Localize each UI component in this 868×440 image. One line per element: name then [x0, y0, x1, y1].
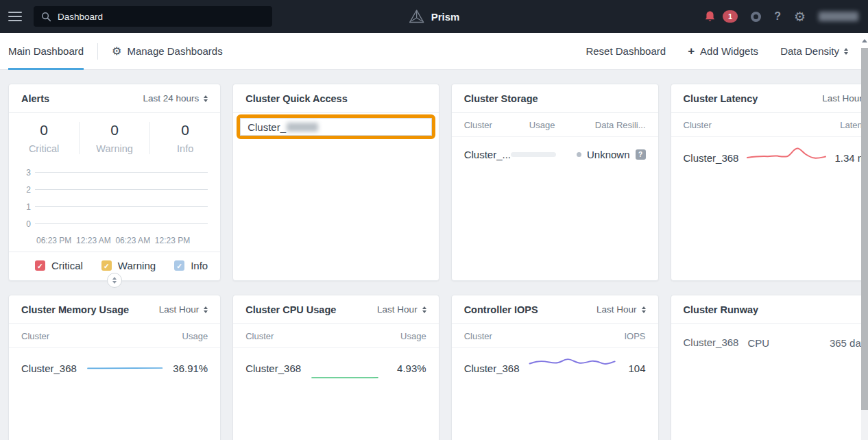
search-input[interactable]: Dashboard [58, 12, 103, 22]
resiliency-help-icon[interactable]: ? [636, 149, 646, 160]
manage-dashboards-button[interactable]: ⚙ Manage Dashboards [112, 45, 223, 57]
stat-warning: 0 Warning [79, 122, 149, 154]
runway-resource: CPU [748, 335, 770, 349]
ytick: 0 [23, 219, 31, 229]
col-iops: IOPS [624, 331, 645, 341]
updown-caret-icon [204, 306, 208, 313]
updown-caret-icon [112, 277, 117, 284]
widget-cluster-latency: Cluster Latency Last Hour Cluster Latenc… [671, 84, 868, 281]
legend-info-checkbox[interactable]: ✓ Info [174, 260, 208, 271]
legend-warning-checkbox[interactable]: ✓ Warning [101, 260, 156, 271]
usage-bar [511, 152, 556, 157]
alerts-range-value: Last 24 hours [143, 93, 199, 103]
search-box[interactable]: Dashboard [34, 6, 272, 27]
tasks-circle-icon[interactable] [751, 12, 761, 22]
search-icon [41, 12, 51, 22]
updown-caret-icon [844, 48, 848, 55]
redacted-cluster-name [287, 123, 318, 132]
cpu-range-value: Last Hour [377, 304, 418, 315]
help-icon[interactable]: ? [774, 10, 781, 23]
latency-table-header: Cluster Latency [671, 113, 868, 137]
prism-logo-icon [409, 9, 425, 25]
data-density-select[interactable]: Data Density [780, 45, 848, 57]
cluster-link[interactable]: Cluster_ [248, 121, 286, 133]
scroll-up-arrow[interactable] [861, 33, 868, 48]
highlighted-cluster-item[interactable]: Cluster_ [237, 114, 435, 139]
widget-controller-iops: Controller IOPS Last Hour Cluster IOPS C… [451, 295, 659, 440]
critical-count: 0 [9, 122, 79, 138]
col-cluster: Cluster [245, 331, 274, 341]
quick-access-title: Cluster Quick Access [245, 93, 348, 104]
add-widgets-button[interactable]: + Add Widgets [688, 45, 758, 58]
scrollbar-thumb[interactable] [861, 48, 868, 410]
iops-table-row: Cluster_368 104 [452, 348, 658, 388]
top-app-bar: Dashboard Prism 1 ? ⚙ [0, 0, 868, 33]
col-cluster: Cluster [464, 331, 492, 341]
memory-title: Cluster Memory Usage [21, 304, 129, 315]
legend-critical-checkbox[interactable]: ✓ Critical [35, 260, 83, 271]
widget-cluster-storage: Cluster Storage Cluster Usage Data Resil… [451, 84, 659, 281]
tab-main-dashboard[interactable]: Main Dashboard [8, 33, 84, 70]
storage-title: Cluster Storage [464, 93, 538, 104]
storage-table-row: Cluster_... Unknown ? [452, 137, 658, 172]
cpu-range-select[interactable]: Last Hour [377, 304, 426, 315]
col-usage: Usage [400, 331, 426, 341]
memory-value: 36.91% [173, 363, 208, 374]
dashboard-toolbar: Main Dashboard ⚙ Manage Dashboards Reset… [0, 33, 868, 70]
critical-checkbox-icon[interactable]: ✓ [35, 260, 45, 271]
alerts-stats: 0 Critical 0 Warning 0 Info [9, 113, 220, 164]
ytick: 2 [23, 185, 31, 195]
runway-table-row: Cluster_368 CPU 365 days [671, 324, 868, 361]
plus-icon: + [688, 45, 695, 58]
widget-alerts: Alerts Last 24 hours 0 Critical 0 Warnin… [8, 84, 221, 281]
widget-resize-handle[interactable] [107, 273, 122, 288]
warning-count: 0 [80, 122, 149, 138]
settings-gear-icon[interactable]: ⚙ [794, 10, 806, 23]
manage-dashboards-label: Manage Dashboards [127, 45, 222, 57]
notification-badge[interactable]: 1 [723, 10, 738, 23]
active-tab-underline [8, 68, 84, 70]
alerts-title: Alerts [21, 93, 49, 104]
ytick: 1 [23, 202, 31, 212]
cpu-sparkline [308, 369, 390, 387]
info-legend-label: Info [191, 260, 208, 271]
info-checkbox-icon[interactable]: ✓ [174, 260, 184, 271]
dashboard-body: Alerts Last 24 hours 0 Critical 0 Warnin… [0, 70, 868, 440]
cluster-link[interactable]: Cluster_368 [464, 363, 520, 374]
cluster-link[interactable]: Cluster_368 [684, 152, 739, 164]
iops-range-select[interactable]: Last Hour [596, 304, 646, 315]
cluster-link[interactable]: Cluster_368 [684, 335, 741, 350]
cluster-link[interactable]: Cluster_368 [245, 363, 301, 374]
cpu-table-row: Cluster_368 4.93% [233, 348, 438, 388]
iops-title: Controller IOPS [464, 304, 538, 315]
resiliency-status: Unknown [587, 149, 630, 160]
widget-cluster-quick-access: Cluster Quick Access Cluster_ [232, 84, 439, 281]
ytick: 3 [23, 168, 31, 178]
cpu-value: 4.93% [397, 363, 426, 374]
memory-range-value: Last Hour [159, 304, 200, 315]
cluster-link[interactable]: Cluster_... [464, 149, 511, 160]
reset-dashboard-button[interactable]: Reset Dashboard [586, 45, 666, 57]
latency-sparkline [745, 143, 828, 162]
iops-table-header: Cluster IOPS [452, 324, 658, 348]
xtick: 06:23 PM [36, 236, 71, 245]
warning-legend-label: Warning [118, 260, 156, 271]
user-menu[interactable] [819, 12, 858, 21]
col-usage: Usage [182, 331, 208, 341]
memory-table-header: Cluster Usage [9, 324, 220, 348]
divider [97, 43, 98, 60]
vertical-scrollbar[interactable] [861, 33, 868, 440]
widget-cluster-memory-usage: Cluster Memory Usage Last Hour Cluster U… [8, 295, 221, 440]
cpu-table-header: Cluster Usage [233, 324, 438, 348]
cluster-link[interactable]: Cluster_368 [21, 363, 77, 374]
warning-checkbox-icon[interactable]: ✓ [101, 260, 112, 271]
memory-range-select[interactable]: Last Hour [159, 304, 208, 315]
alerts-bell-icon[interactable] [703, 10, 716, 23]
iops-value: 104 [629, 363, 646, 374]
runway-title: Cluster Runway [684, 304, 759, 315]
cpu-title: Cluster CPU Usage [245, 304, 336, 315]
menu-icon[interactable] [8, 12, 22, 21]
widget-cluster-cpu-usage: Cluster CPU Usage Last Hour Cluster Usag… [232, 295, 439, 440]
updown-caret-icon [422, 306, 426, 313]
alerts-range-select[interactable]: Last 24 hours [143, 93, 208, 103]
